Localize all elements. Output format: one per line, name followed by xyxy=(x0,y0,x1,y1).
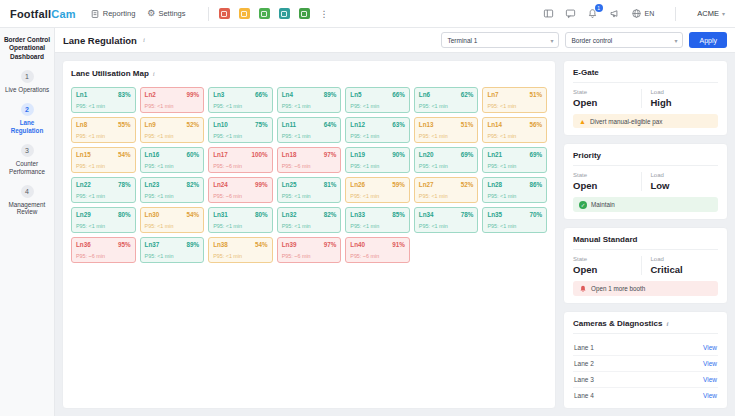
step-label: Lane Regulation xyxy=(3,119,51,135)
lane-card-ln31[interactable]: Ln3180%P95: <1 min xyxy=(208,207,273,233)
lane-card-ln36[interactable]: Ln3695%P95: ~6 min xyxy=(71,237,136,263)
lane-card-ln22[interactable]: Ln2278%P95: <1 min xyxy=(71,177,136,203)
lane-card-ln13[interactable]: Ln1351%P95: <1 min xyxy=(414,117,479,143)
app-icon-green-2[interactable] xyxy=(299,8,310,19)
sidebar-step-live-operations[interactable]: 1Live Operations xyxy=(3,70,51,94)
lane-p95-wait: P95: <1 min xyxy=(145,103,200,109)
lane-card-ln2[interactable]: Ln299%P95: <1 min xyxy=(140,87,205,113)
lane-name: Ln8 xyxy=(76,121,87,128)
lane-card-ln21[interactable]: Ln2169%P95: <1 min xyxy=(482,147,547,173)
chat-icon[interactable] xyxy=(565,8,576,19)
notifications-bell-icon[interactable]: 1 xyxy=(587,8,598,19)
page-info-icon[interactable]: i xyxy=(143,36,145,44)
lane-p95-wait: P95: <1 min xyxy=(487,163,542,169)
camera-lane-label: Lane 1 xyxy=(574,344,594,351)
lane-card-ln25[interactable]: Ln2581%P95: <1 min xyxy=(277,177,342,203)
lane-card-ln10[interactable]: Ln1075%P95: <1 min xyxy=(208,117,273,143)
lane-utilisation-pct: 85% xyxy=(392,211,405,218)
lane-card-ln32[interactable]: Ln3282%P95: <1 min xyxy=(277,207,342,233)
app-icon-red[interactable] xyxy=(219,8,230,19)
lane-name: Ln23 xyxy=(145,181,160,188)
lane-card-ln23[interactable]: Ln2382%P95: <1 min xyxy=(140,177,205,203)
lane-card-ln39[interactable]: Ln3997%P95: ~6 min xyxy=(277,237,342,263)
lane-card-ln26[interactable]: Ln2659%P95: <1 min xyxy=(345,177,410,203)
mode-select-value: Border control xyxy=(571,37,612,44)
lane-name: Ln17 xyxy=(213,151,228,158)
lane-card-ln40[interactable]: Ln4091%P95: ~6 min xyxy=(345,237,410,263)
lane-card-ln9[interactable]: Ln952%P95: <1 min xyxy=(140,117,205,143)
lane-name: Ln31 xyxy=(213,211,228,218)
terminal-select[interactable]: Terminal 1 ▾ xyxy=(441,32,559,48)
mode-select[interactable]: Border control ▾ xyxy=(565,32,683,48)
app-icon-green[interactable] xyxy=(259,8,270,19)
lane-card-ln6[interactable]: Ln662%P95: <1 min xyxy=(414,87,479,113)
apply-button[interactable]: Apply xyxy=(689,32,727,48)
lane-p95-wait: P95: <1 min xyxy=(145,163,200,169)
lane-card-ln28[interactable]: Ln2886%P95: <1 min xyxy=(482,177,547,203)
app-icon-amber[interactable] xyxy=(239,8,250,19)
manual-load-value: Critical xyxy=(651,264,719,275)
more-apps-icon[interactable]: ⋮ xyxy=(320,9,329,19)
priority-title: Priority xyxy=(573,151,718,166)
lane-p95-wait: P95: ~6 min xyxy=(213,193,268,199)
lane-p95-wait: P95: <1 min xyxy=(76,163,131,169)
camera-view-link[interactable]: View xyxy=(703,344,717,351)
app-logo[interactable]: FootfallCam xyxy=(10,8,76,20)
lane-card-ln35[interactable]: Ln3570%P95: <1 min xyxy=(482,207,547,233)
lane-utilisation-pct: 60% xyxy=(187,151,200,158)
lane-card-ln33[interactable]: Ln3385%P95: <1 min xyxy=(345,207,410,233)
sidebar-step-lane-regulation[interactable]: 2Lane Regulation xyxy=(3,103,51,135)
camera-view-link[interactable]: View xyxy=(703,392,717,399)
load-label: Load xyxy=(651,172,719,178)
lane-card-ln30[interactable]: Ln3054%P95: <1 min xyxy=(140,207,205,233)
egate-title: E-Gate xyxy=(573,68,718,83)
announcements-icon[interactable] xyxy=(609,8,620,19)
lane-p95-wait: P95: <1 min xyxy=(419,103,474,109)
lane-p95-wait: P95: <1 min xyxy=(419,223,474,229)
lane-map-info-icon[interactable]: i xyxy=(153,70,155,78)
lane-card-ln8[interactable]: Ln855%P95: <1 min xyxy=(71,117,136,143)
manual-alert-text: Open 1 more booth xyxy=(591,285,645,292)
lane-card-ln24[interactable]: Ln2499%P95: ~6 min xyxy=(208,177,273,203)
app-icon-teal[interactable] xyxy=(279,8,290,19)
lane-card-ln27[interactable]: Ln2752%P95: <1 min xyxy=(414,177,479,203)
lane-utilisation-pct: 51% xyxy=(461,121,474,128)
lane-card-ln4[interactable]: Ln489%P95: <1 min xyxy=(277,87,342,113)
camera-row-lane-2: Lane 2View xyxy=(573,356,718,372)
sidebar-step-management-review[interactable]: 4Management Review xyxy=(3,185,51,217)
manual-standard-panel: Manual Standard State Open Load Critical xyxy=(563,227,728,304)
lane-card-ln18[interactable]: Ln1897%P95: ~6 min xyxy=(277,147,342,173)
lane-utilisation-pct: 52% xyxy=(461,181,474,188)
lane-name: Ln14 xyxy=(487,121,502,128)
lane-card-ln11[interactable]: Ln1164%P95: <1 min xyxy=(277,117,342,143)
org-switcher[interactable]: ACME ▾ xyxy=(697,9,725,18)
lane-card-ln1[interactable]: Ln183%P95: <1 min xyxy=(71,87,136,113)
priority-state-value: Open xyxy=(573,180,641,191)
apps-panel-icon[interactable] xyxy=(543,8,554,19)
lane-card-ln5[interactable]: Ln566%P95: <1 min xyxy=(345,87,410,113)
lane-card-ln14[interactable]: Ln1456%P95: <1 min xyxy=(482,117,547,143)
lane-card-ln20[interactable]: Ln2069%P95: <1 min xyxy=(414,147,479,173)
lane-utilisation-pct: 78% xyxy=(461,211,474,218)
language-selector[interactable]: EN xyxy=(631,8,655,20)
lane-card-ln7[interactable]: Ln751%P95: <1 min xyxy=(482,87,547,113)
lane-card-ln19[interactable]: Ln1990%P95: <1 min xyxy=(345,147,410,173)
lane-utilisation-pct: 54% xyxy=(187,211,200,218)
nav-settings[interactable]: ⚙ Settings xyxy=(147,9,185,18)
lane-card-ln17[interactable]: Ln17100%P95: ~6 min xyxy=(208,147,273,173)
nav-reporting[interactable]: Reporting xyxy=(90,9,136,19)
cameras-info-icon[interactable]: i xyxy=(666,320,668,328)
lane-card-ln38[interactable]: Ln3854%P95: <1 min xyxy=(208,237,273,263)
notification-badge: 1 xyxy=(595,4,603,12)
lane-card-ln29[interactable]: Ln2980%P95: <1 min xyxy=(71,207,136,233)
lane-card-ln3[interactable]: Ln366%P95: <1 min xyxy=(208,87,273,113)
sidebar-step-counter-performance[interactable]: 3Counter Performance xyxy=(3,144,51,176)
lane-card-ln15[interactable]: Ln1554%P95: <1 min xyxy=(71,147,136,173)
camera-view-link[interactable]: View xyxy=(703,376,717,383)
lane-card-ln12[interactable]: Ln1263%P95: <1 min xyxy=(345,117,410,143)
lane-card-ln34[interactable]: Ln3478%P95: <1 min xyxy=(414,207,479,233)
camera-view-link[interactable]: View xyxy=(703,360,717,367)
lane-card-ln16[interactable]: Ln1660%P95: <1 min xyxy=(140,147,205,173)
egate-panel: E-Gate State Open Load High xyxy=(563,60,728,136)
lane-card-ln37[interactable]: Ln3789%P95: <1 min xyxy=(140,237,205,263)
